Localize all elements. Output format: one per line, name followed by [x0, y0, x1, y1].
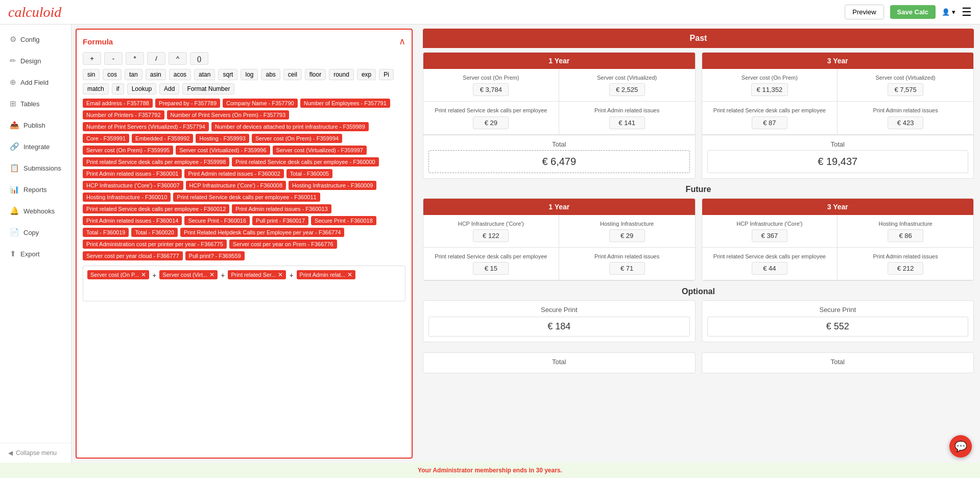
func-atan[interactable]: atan	[194, 69, 215, 80]
func-pi[interactable]: Pi	[379, 69, 394, 80]
field-tag[interactable]: Print Admin related issues - F360014	[83, 216, 182, 225]
sidebar-item-add-field[interactable]: ⊕ Add Field	[0, 71, 71, 93]
field-tag[interactable]: Print Admin related issues - F360013	[232, 204, 331, 213]
func-floor[interactable]: floor	[305, 69, 326, 80]
remove-tag-icon[interactable]: ✕	[347, 271, 352, 278]
func-format-number[interactable]: Format Number	[182, 83, 234, 94]
field-tag[interactable]: Server cost (Virtualized) - F359996	[176, 146, 270, 155]
field-tag[interactable]: Email address - F357788	[83, 99, 153, 108]
user-menu[interactable]: 👤 ▾	[942, 8, 955, 16]
hamburger-menu[interactable]: ☰	[962, 6, 972, 19]
collapse-label: Collapse menu	[16, 449, 57, 457]
func-asin[interactable]: asin	[146, 69, 166, 80]
field-tag[interactable]: Prepared by - F357789	[155, 99, 220, 108]
chat-button[interactable]: 💬	[949, 435, 972, 458]
save-button[interactable]: Save Calc	[890, 5, 936, 19]
optional-value: € 184	[428, 317, 690, 337]
field-tag[interactable]: Hosting - F359993	[196, 134, 249, 143]
field-tag[interactable]: Number of Print Servers (Virtualized) - …	[83, 122, 209, 131]
field-tag[interactable]: Print Related Helpdesk Calls per Employe…	[180, 228, 345, 237]
func-log[interactable]: log	[241, 69, 258, 80]
formula-input-tag[interactable]: Server cost (Virt... ✕	[159, 270, 218, 279]
func-acos[interactable]: acos	[169, 69, 191, 80]
field-tag[interactable]: Print related Service desk calls per emp…	[173, 193, 320, 202]
func-sin[interactable]: sin	[83, 69, 100, 80]
sidebar-item-integrate[interactable]: 🔗 Integrate	[0, 136, 71, 157]
field-tag[interactable]: Server cost per year on Prem - F366776	[229, 240, 337, 249]
formula-title: Formula	[83, 37, 113, 46]
field-tag[interactable]: Secure Print - F360016	[184, 216, 250, 225]
field-tag[interactable]: Embedded - F359992	[132, 134, 193, 143]
field-tag[interactable]: Company Name - F357790	[223, 99, 298, 108]
func-exp[interactable]: exp	[357, 69, 376, 80]
field-tag[interactable]: Pull print - F360017	[252, 216, 308, 225]
func-tan[interactable]: tan	[125, 69, 142, 80]
func-match[interactable]: match	[83, 83, 109, 94]
field-tag[interactable]: Print Admin related issues - F360001	[83, 169, 182, 178]
func-lookup[interactable]: Lookup	[127, 83, 156, 94]
formula-close-button[interactable]: ∧	[399, 36, 405, 47]
func-sqrt[interactable]: sqrt	[218, 69, 237, 80]
op-add[interactable]: +	[83, 52, 101, 65]
sidebar-item-publish[interactable]: 📤 Publish	[0, 114, 71, 136]
op-subtract[interactable]: -	[104, 52, 123, 65]
total-label: Total	[707, 140, 969, 148]
formula-input-area[interactable]: Server cost (On P... ✕ + Server cost (Vi…	[83, 266, 405, 301]
preview-button[interactable]: Preview	[845, 5, 883, 19]
func-abs[interactable]: abs	[261, 69, 280, 80]
field-tag[interactable]: Print related Service desk calls per emp…	[83, 204, 229, 213]
sidebar-item-config[interactable]: ⚙ Config	[0, 29, 71, 50]
sidebar-item-webhooks[interactable]: 🔔 Webhooks	[0, 200, 71, 222]
field-tag[interactable]: Hosting Infrastructure - F360009	[289, 181, 376, 190]
past-1year-metrics: Server cost (On Prem) € 3,784 Server cos…	[423, 69, 695, 135]
op-power[interactable]: ^	[169, 52, 187, 65]
op-divide[interactable]: /	[147, 52, 165, 65]
remove-tag-icon[interactable]: ✕	[141, 271, 146, 278]
field-tag[interactable]: Print Admin related issues - F360002	[184, 169, 283, 178]
metric-label: Print related Service desk calls per emp…	[713, 253, 826, 260]
remove-tag-icon[interactable]: ✕	[209, 271, 214, 278]
field-tag[interactable]: Server cost per year cloud - F366777	[83, 251, 183, 260]
func-add[interactable]: Add	[159, 83, 179, 94]
field-tag[interactable]: Number of Print Servers (On Prem) - F357…	[167, 110, 290, 119]
formula-input-tag[interactable]: Print Admin relat... ✕	[297, 270, 356, 279]
func-cos[interactable]: cos	[103, 69, 122, 80]
func-if[interactable]: if	[112, 83, 124, 94]
sidebar-item-submissions[interactable]: 📋 Submissions	[0, 157, 71, 179]
func-ceil[interactable]: ceil	[283, 69, 302, 80]
field-tag[interactable]: Server cost (On Prem) - F359994	[252, 134, 342, 143]
field-tag[interactable]: Print Administration cost per printer pe…	[83, 240, 227, 249]
sidebar-item-design[interactable]: ✏ Design	[0, 50, 71, 71]
field-tag[interactable]: HCP Infrastructure ('Core') - F360007	[83, 181, 183, 190]
formula-input-tag[interactable]: Server cost (On P... ✕	[87, 270, 149, 279]
field-tag[interactable]: Server cost (On Prem) - F359995	[83, 146, 173, 155]
field-tag[interactable]: Number of Employees - F357791	[300, 99, 390, 108]
collapse-menu[interactable]: ◀ Collapse menu	[0, 443, 71, 463]
field-tag[interactable]: Hosting Infrastructure - F360010	[83, 193, 171, 202]
field-tag[interactable]: Total - F360019	[83, 228, 129, 237]
sidebar-item-copy[interactable]: 📄 Copy	[0, 222, 71, 243]
remove-tag-icon[interactable]: ✕	[278, 271, 283, 278]
op-multiply[interactable]: *	[126, 52, 144, 65]
field-tag[interactable]: Print related Service desk calls per emp…	[83, 157, 229, 166]
field-tag[interactable]: Number of Printers - F357792	[83, 110, 164, 119]
sidebar: ⚙ Config ✏ Design ⊕ Add Field ⊞ Tables 📤…	[0, 25, 71, 463]
field-tag[interactable]: Total - F360005	[286, 169, 332, 178]
field-tag[interactable]: HCP Infrastructure ('Core') - F360008	[186, 181, 286, 190]
sidebar-item-export[interactable]: ⬆ Export	[0, 243, 71, 265]
field-tag[interactable]: Total - F360020	[131, 228, 177, 237]
field-tag[interactable]: Number of devices attached to print infr…	[211, 122, 369, 131]
field-tag[interactable]: Secure Print - F360018	[311, 216, 376, 225]
field-tag[interactable]: Print related Service desk calls per emp…	[232, 157, 378, 166]
formula-input-tag[interactable]: Print related Ser... ✕	[228, 270, 286, 279]
field-tag[interactable]: Server cost (Virtualized) - F359997	[273, 146, 367, 155]
func-round[interactable]: round	[329, 69, 354, 80]
sidebar-item-reports[interactable]: 📊 Reports	[0, 179, 71, 200]
field-tag[interactable]: Core - F359991	[83, 134, 129, 143]
field-tag[interactable]: Pull print? - F369559	[185, 251, 245, 260]
metric-cell: HCP Infrastructure ('Core') € 122	[423, 215, 559, 248]
metric-value: € 212	[888, 262, 923, 275]
op-parens[interactable]: ()	[190, 52, 208, 65]
sidebar-item-tables[interactable]: ⊞ Tables	[0, 93, 71, 114]
func-row: sin cos tan asin acos atan sqrt log abs …	[83, 69, 405, 94]
